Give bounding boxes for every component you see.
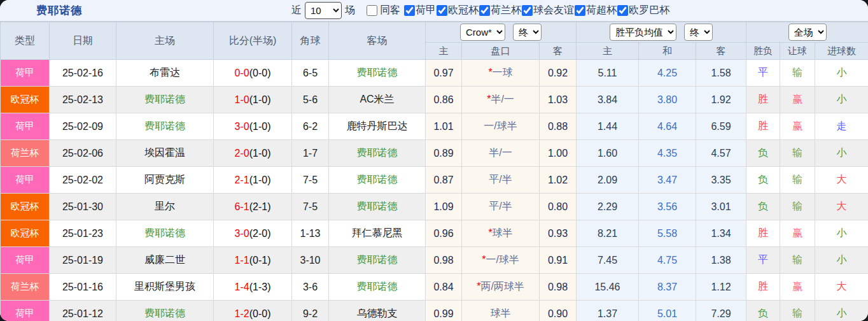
avg-draw-odds: 8.37 [639, 274, 696, 301]
match-date: 25-02-06 [50, 140, 116, 167]
avg-time-select[interactable]: 终 [684, 24, 713, 41]
odds-time-select[interactable]: 终 [513, 24, 542, 41]
col-header-handicap-line: 盘口 [462, 43, 540, 60]
score-cell: 0-0(0-0) [214, 60, 292, 87]
league-filter-checkbox[interactable] [479, 5, 490, 16]
home-team: 费耶诺德 [116, 113, 214, 140]
score-cell: 1-0(1-0) [214, 87, 292, 113]
handicap-away-odds: 0.88 [540, 113, 577, 140]
handicap-text: 平/半 [489, 201, 512, 211]
home-team: 费耶诺德 [116, 220, 214, 247]
avg-draw-odds: 4.75 [639, 247, 696, 274]
handicap-away-odds: 1.03 [540, 87, 577, 113]
avg-away-odds: 1.34 [696, 220, 746, 247]
result-outcome: 负 [746, 167, 780, 194]
odds-company-select[interactable]: Crow* [460, 24, 505, 41]
home-team: 里尔 [116, 194, 214, 220]
match-row: 荷甲 25-01-12 费耶诺德 1-2(0-0) 9-2 乌德勒支 0.99 … [1, 301, 868, 321]
matches-label: 场 [345, 4, 355, 17]
avg-away-odds: 3.35 [696, 167, 746, 194]
goals-outcome: 大 [815, 167, 868, 194]
col-header-corner: 角球 [292, 22, 329, 60]
avg-home-odds: 2.09 [577, 167, 639, 194]
handicap-home-odds: 1.01 [426, 113, 462, 140]
corners: 6-2 [292, 113, 329, 140]
match-row: 欧冠杯 25-01-30 里尔 6-1(2-1) 7-5 费耶诺德 1.09 平… [1, 194, 868, 220]
goals-outcome: 小 [815, 87, 868, 113]
result-outcome: 平 [746, 60, 780, 87]
league-filter-checkbox[interactable] [522, 5, 533, 16]
goals-outcome: 小 [815, 140, 868, 167]
league-filter-checkbox[interactable] [575, 5, 585, 16]
result-outcome: 胜 [746, 220, 780, 247]
league-filter-checkbox[interactable] [617, 5, 628, 16]
col-header-type: 类型 [1, 22, 50, 60]
league-filter-checkbox[interactable] [404, 5, 415, 16]
competition-badge: 欧冠杯 [1, 87, 50, 113]
league-filter-label: 球会友谊 [533, 4, 574, 17]
handicap-outcome: 赢 [780, 113, 815, 140]
handicap-away-odds: 0.92 [540, 60, 577, 87]
league-filter-label: 荷甲 [416, 4, 436, 17]
same-away-checkbox[interactable] [367, 5, 377, 16]
recent-count-select[interactable]: 10 [305, 2, 342, 19]
home-team: 布雷达 [116, 60, 214, 87]
league-filter[interactable]: 欧冠杯 [437, 4, 479, 17]
handicap-line: *半/一 [462, 87, 540, 113]
corners: 3-6 [292, 274, 329, 301]
score-cell: 1-2(0-0) [214, 301, 292, 321]
score-cell: 3-0(2-0) [214, 220, 292, 247]
handicap-outcome: 输 [780, 140, 815, 167]
avg-type-select[interactable]: 胜平负均值 [610, 24, 676, 41]
fulltime-score: 1-2 [235, 308, 249, 319]
handicap-away-odds: 0.93 [540, 220, 577, 247]
goals-outcome: 大 [815, 194, 868, 220]
home-team: 阿贾克斯 [116, 167, 214, 194]
halftime-score: (1-0) [249, 148, 271, 159]
avg-away-odds: 1.92 [696, 87, 746, 113]
competition-badge: 荷甲 [1, 167, 50, 194]
outcome-group-header: 全场 [746, 22, 868, 43]
halftime-score: (2-0) [249, 228, 271, 239]
corners: 9-2 [292, 301, 329, 321]
away-team: 费耶诺德 [329, 194, 426, 220]
avg-odds-group-header: 胜平负均值 终 [577, 22, 746, 43]
league-filter[interactable]: 荷超杯 [575, 4, 617, 17]
handicap-home-odds: 0.86 [426, 87, 462, 113]
same-away-filter[interactable]: 同客 [367, 4, 400, 17]
col-header-away: 客场 [329, 22, 426, 60]
avg-home-odds: 1.37 [577, 301, 639, 321]
competition-badge: 荷兰杯 [1, 140, 50, 167]
league-filter[interactable]: 荷甲 [404, 4, 436, 17]
handicap-text: 平/半 [489, 174, 512, 185]
handicap-home-odds: 0.99 [426, 301, 462, 321]
halftime-score: (0-0) [249, 68, 271, 78]
avg-away-odds: 1.38 [696, 247, 746, 274]
competition-badge: 荷甲 [1, 113, 50, 140]
league-filter[interactable]: 欧罗巴杯 [617, 4, 669, 17]
competition-badge: 荷甲 [1, 247, 50, 274]
match-row: 欧冠杯 25-02-13 费耶诺德 1-0(1-0) 5-6 AC米兰 0.86… [1, 87, 868, 113]
avg-home-odds: 5.11 [577, 60, 639, 87]
avg-draw-odds: 3.80 [639, 87, 696, 113]
corners: 7-5 [292, 194, 329, 220]
league-filter-label: 欧冠杯 [448, 4, 479, 17]
handicap-outcome: 输 [780, 301, 815, 321]
match-scope-select[interactable]: 全场 [788, 24, 827, 41]
handicap-text: 一/球半 [486, 254, 519, 265]
away-team: 鹿特丹斯巴达 [329, 113, 426, 140]
score-cell: 1-4(1-3) [214, 274, 292, 301]
league-filter-checkbox[interactable] [437, 5, 447, 16]
league-filter[interactable]: 球会友谊 [522, 4, 574, 17]
halftime-score: (0-0) [249, 308, 271, 319]
corners: 3-10 [292, 247, 329, 274]
match-date: 25-01-16 [50, 274, 116, 301]
handicap-text: 半/一 [491, 94, 514, 104]
score-cell: 1-1(0-1) [214, 247, 292, 274]
away-team: 拜仁慕尼黑 [329, 220, 426, 247]
handicap-text: 一/球半 [484, 120, 517, 131]
avg-home-odds: 8.21 [577, 220, 639, 247]
avg-away-odds: 4.57 [696, 140, 746, 167]
handicap-home-odds: 0.97 [426, 60, 462, 87]
league-filter[interactable]: 荷兰杯 [479, 4, 521, 17]
